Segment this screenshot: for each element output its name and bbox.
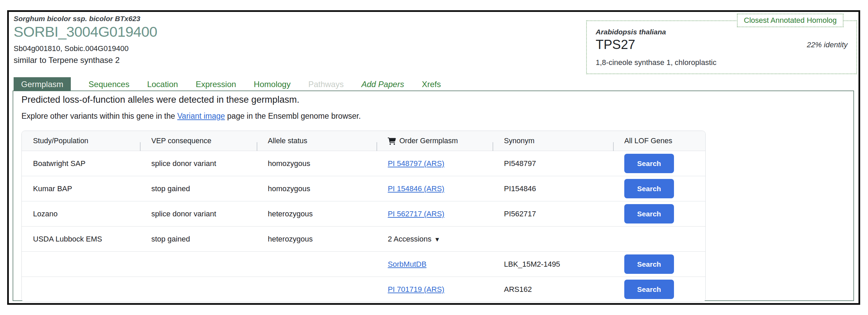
vep-consequence-cell: stop gained xyxy=(140,235,256,244)
synonym-cell: PI154846 xyxy=(493,184,613,193)
header-separator xyxy=(376,142,377,151)
synonym-cell: PI562717 xyxy=(493,210,613,218)
column-header-study-population: Study/Population xyxy=(22,137,140,145)
header-separator xyxy=(613,142,614,151)
column-header-label: Synonym xyxy=(504,137,534,145)
all-lof-genes-cell: Search xyxy=(613,204,705,223)
column-header-allele-status: Allele status xyxy=(257,137,376,145)
tab-pathways: Pathways xyxy=(308,77,344,91)
order-germplasm-link[interactable]: PI 562717 (ARS) xyxy=(388,210,444,218)
table-row: Lozanosplice donor variantheterozygousPI… xyxy=(22,201,705,226)
allele-status-cell: heterozygous xyxy=(257,210,376,218)
order-germplasm-link[interactable]: PI 701719 (ARS) xyxy=(388,285,444,294)
column-header-label: Study/Population xyxy=(33,137,89,145)
header-separator xyxy=(257,142,257,151)
table-header-row: Study/PopulationVEP consequenceAllele st… xyxy=(22,131,705,151)
allele-status-cell: homozygous xyxy=(257,159,376,168)
synonym-cell: PI548797 xyxy=(493,159,613,168)
cart-icon xyxy=(388,137,396,145)
order-germplasm-link[interactable]: PI 154846 (ARS) xyxy=(388,184,444,193)
germplasm-panel: Predicted loss-of-function alleles were … xyxy=(13,90,854,301)
variant-image-link[interactable]: Variant image xyxy=(177,112,225,120)
allele-status-cell: heterozygous xyxy=(257,235,376,244)
accessions-expand-toggle[interactable]: 2 Accessions▼ xyxy=(388,235,440,244)
search-lof-genes-button[interactable]: Search xyxy=(624,154,674,173)
tab-xrefs[interactable]: Xrefs xyxy=(422,77,441,91)
search-lof-genes-button[interactable]: Search xyxy=(624,179,674,198)
header-separator xyxy=(140,142,141,151)
column-header-label: VEP consequence xyxy=(151,137,211,145)
search-lof-genes-button[interactable]: Search xyxy=(624,254,674,274)
gene-header: Sorghum bicolor ssp. bicolor BTx623 SORB… xyxy=(14,15,157,65)
synonym-cell: LBK_15M2-1495 xyxy=(493,260,613,269)
table-row: Kumar BAPstop gainedhomozygousPI 154846 … xyxy=(22,176,705,201)
homolog-description: 1,8-cineole synthase 1, chloroplastic xyxy=(596,58,848,67)
gene-id: SORBI_3004G019400 xyxy=(14,23,157,40)
study-population-cell: Lozano xyxy=(22,210,140,218)
column-header-vep-consequence: VEP consequence xyxy=(140,137,256,145)
order-germplasm-cell: SorbMutDB xyxy=(376,260,493,269)
table-row: Boatwright SAPsplice donor varianthomozy… xyxy=(22,151,705,176)
tab-sequences[interactable]: Sequences xyxy=(89,77,129,91)
tab-add-papers[interactable]: Add Papers xyxy=(361,77,404,91)
explore-prefix: Explore other variants within this gene … xyxy=(21,112,177,120)
tab-homology[interactable]: Homology xyxy=(254,77,291,91)
order-germplasm-cell: 2 Accessions▼ xyxy=(376,235,493,244)
search-lof-genes-button[interactable]: Search xyxy=(624,280,674,299)
all-lof-genes-cell: Search xyxy=(613,280,705,299)
study-population-cell: USDA Lubbock EMS xyxy=(22,235,140,244)
column-header-label: Order Germplasm xyxy=(399,137,458,145)
order-germplasm-cell: PI 154846 (ARS) xyxy=(376,184,493,193)
vep-consequence-cell: stop gained xyxy=(140,184,256,193)
screenshot-frame: Sorghum bicolor ssp. bicolor BTx623 SORB… xyxy=(7,10,860,305)
tab-bar: GermplasmSequencesLocationExpressionHomo… xyxy=(14,77,441,91)
study-population-cell: Kumar BAP xyxy=(22,184,140,193)
order-germplasm-cell: PI 548797 (ARS) xyxy=(376,159,493,168)
vep-consequence-cell: splice donor variant xyxy=(140,159,256,168)
column-header-synonym: Synonym xyxy=(493,137,613,145)
table-row: USDA Lubbock EMSstop gainedheterozygous2… xyxy=(22,226,705,251)
closest-homolog-box: Closest Annotated Homolog Arabidopsis th… xyxy=(586,20,857,74)
header-separator xyxy=(493,142,493,151)
table-row: SorbMutDBLBK_15M2-1495Search xyxy=(22,251,705,277)
lof-intro-text: Predicted loss-of-function alleles were … xyxy=(21,95,299,105)
gene-description: similar to Terpene synthase 2 xyxy=(14,55,157,65)
caret-down-icon: ▼ xyxy=(434,236,440,243)
gene-synonyms: Sb04g001810, Sobic.004G019400 xyxy=(14,44,157,53)
column-header-label: All LOF Genes xyxy=(624,137,672,145)
explore-variants-text: Explore other variants within this gene … xyxy=(21,112,361,121)
homolog-gene: TPS27 xyxy=(596,37,635,52)
column-header-order-germplasm: Order Germplasm xyxy=(376,137,493,145)
gene-species: Sorghum bicolor ssp. bicolor BTx623 xyxy=(14,15,157,23)
column-header-label: Allele status xyxy=(268,137,307,145)
homolog-identity: 22% identity xyxy=(807,40,848,49)
homolog-species: Arabidopsis thaliana xyxy=(596,28,848,36)
vep-consequence-cell: splice donor variant xyxy=(140,210,256,218)
page: Sorghum bicolor ssp. bicolor BTx623 SORB… xyxy=(0,0,868,315)
order-germplasm-cell: PI 701719 (ARS) xyxy=(376,285,493,294)
study-population-cell: Boatwright SAP xyxy=(22,159,140,168)
allele-status-cell: homozygous xyxy=(257,184,376,193)
column-header-all-lof-genes: All LOF Genes xyxy=(613,137,705,145)
all-lof-genes-cell: Search xyxy=(613,179,705,198)
tab-location[interactable]: Location xyxy=(147,77,178,91)
order-germplasm-link[interactable]: PI 548797 (ARS) xyxy=(388,159,444,168)
tab-germplasm[interactable]: Germplasm xyxy=(14,77,71,91)
all-lof-genes-cell: Search xyxy=(613,254,705,274)
closest-homolog-badge: Closest Annotated Homolog xyxy=(737,14,843,27)
order-germplasm-link[interactable]: SorbMutDB xyxy=(388,260,427,269)
all-lof-genes-cell: Search xyxy=(613,154,705,173)
search-lof-genes-button[interactable]: Search xyxy=(624,204,674,223)
explore-suffix: page in the Ensembl genome browser. xyxy=(225,112,361,120)
germplasm-table: Study/PopulationVEP consequenceAllele st… xyxy=(21,131,706,302)
synonym-cell: ARS162 xyxy=(493,285,613,294)
table-row: PI 701719 (ARS)ARS162Search xyxy=(22,277,705,302)
order-germplasm-cell: PI 562717 (ARS) xyxy=(376,210,493,218)
tab-expression[interactable]: Expression xyxy=(196,77,236,91)
